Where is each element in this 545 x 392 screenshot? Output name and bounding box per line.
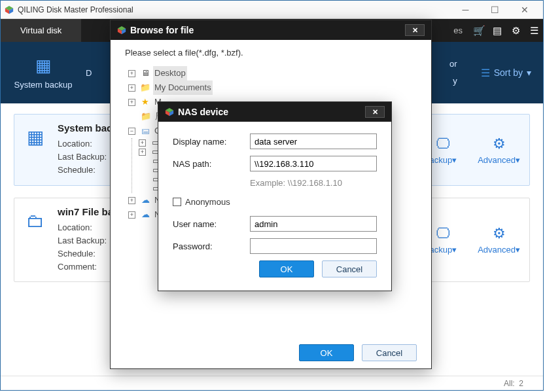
display-name-label: Display name: bbox=[173, 137, 243, 147]
gear-icon: ⚙ bbox=[493, 135, 506, 152]
app-logo-icon bbox=[117, 26, 126, 35]
cart-icon[interactable]: 🛒 bbox=[470, 19, 488, 42]
folder-icon: 📁 bbox=[140, 83, 150, 92]
checkbox-label: Anonymous bbox=[185, 197, 230, 207]
field-label: Last Backup: bbox=[58, 151, 118, 164]
expand-toggle[interactable] bbox=[128, 99, 135, 106]
sort-by-label: Sort by bbox=[494, 67, 523, 78]
drive-icon: 🖴 bbox=[140, 126, 150, 135]
chevron-down-icon: ▾ bbox=[527, 67, 531, 78]
status-label: All: bbox=[504, 379, 515, 388]
action-label: ackup bbox=[429, 155, 452, 165]
dialog-titlebar[interactable]: NAS device ✕ bbox=[158, 102, 391, 122]
backup-action[interactable]: 🖵ackup▾ bbox=[429, 225, 457, 255]
toolbar-text-partial: y bbox=[453, 73, 457, 90]
expand-toggle[interactable] bbox=[139, 139, 146, 147]
expand-toggle[interactable] bbox=[139, 149, 146, 156]
ok-button[interactable]: OK bbox=[299, 344, 354, 361]
field-label: Last Backup: bbox=[58, 234, 118, 247]
dialog-title: NAS device bbox=[178, 107, 228, 117]
toolbar-label: System backup bbox=[14, 80, 73, 90]
field-label: Schedule: bbox=[58, 247, 118, 260]
star-icon: ★ bbox=[140, 98, 150, 107]
tab-partial[interactable]: es bbox=[449, 19, 470, 42]
nas-path-input[interactable] bbox=[250, 156, 377, 171]
tree-node-mydocs[interactable]: 📁My Documents bbox=[126, 80, 416, 95]
anonymous-checkbox[interactable]: Anonymous bbox=[173, 197, 377, 207]
expand-toggle[interactable] bbox=[128, 128, 135, 135]
example-text: Example: \\192.168.1.10 bbox=[250, 178, 377, 188]
tab-virtual-disk[interactable]: Virtual disk bbox=[1, 19, 82, 42]
toolbar-text-partial: or bbox=[449, 56, 457, 73]
window-controls: ─ ☐ ✕ bbox=[451, 3, 539, 17]
dialog-footer: OK Cancel bbox=[111, 336, 431, 373]
nas-path-label: NAS path: bbox=[173, 159, 243, 169]
grid-icon: ▦ bbox=[24, 125, 47, 149]
gear-icon: ⚙ bbox=[493, 225, 506, 242]
grid-icon: ▦ bbox=[35, 56, 52, 76]
monitor-icon: 🖵 bbox=[436, 225, 450, 242]
tree-node-desktop[interactable]: 🖥Desktop bbox=[126, 66, 416, 80]
cloud-icon: ☁ bbox=[140, 210, 150, 219]
dialog-prompt: Please select a file(*.dfg, *.bzf). bbox=[125, 48, 417, 58]
password-label: Password: bbox=[173, 241, 243, 251]
action-label: ackup bbox=[429, 245, 452, 255]
cancel-button[interactable]: Cancel bbox=[322, 260, 377, 277]
folder-icon: 📁 bbox=[141, 112, 151, 121]
dialog-body: Display name: NAS path: Example: \\192.1… bbox=[158, 122, 391, 288]
app-logo-icon bbox=[5, 5, 14, 14]
status-count: 2 bbox=[519, 379, 523, 388]
tree-label: My Documents bbox=[153, 80, 213, 95]
window-title: QILING Disk Master Professional bbox=[18, 5, 133, 14]
desktop-icon: 🖥 bbox=[140, 69, 150, 78]
list-sort-icon: ☰ bbox=[481, 67, 490, 79]
username-input[interactable] bbox=[250, 216, 377, 232]
toolbar-item-partial[interactable]: D bbox=[86, 42, 112, 103]
expand-toggle[interactable] bbox=[128, 211, 135, 219]
username-label: User name: bbox=[173, 219, 243, 229]
toolbar-label: D bbox=[86, 68, 92, 78]
app-logo-icon bbox=[165, 107, 174, 116]
advanced-action[interactable]: ⚙Advanced▾ bbox=[478, 135, 520, 165]
folder-icon: 🗀 bbox=[24, 209, 47, 232]
advanced-action[interactable]: ⚙Advanced▾ bbox=[478, 225, 520, 255]
menu-icon[interactable]: ☰ bbox=[525, 19, 543, 42]
checkbox-box[interactable] bbox=[173, 198, 181, 206]
expand-toggle[interactable] bbox=[128, 197, 135, 204]
field-label: Schedule: bbox=[58, 164, 118, 177]
tab-label: Virtual disk bbox=[20, 26, 62, 35]
dialog-close-button[interactable]: ✕ bbox=[365, 106, 385, 118]
dialog-titlebar[interactable]: Browse for file ✕ bbox=[111, 20, 431, 40]
close-button[interactable]: ✕ bbox=[510, 3, 539, 17]
nas-device-dialog: NAS device ✕ Display name: NAS path: Exa… bbox=[158, 101, 392, 291]
password-input[interactable] bbox=[250, 238, 377, 254]
tree-label: Desktop bbox=[153, 66, 187, 80]
ok-button[interactable]: OK bbox=[259, 260, 314, 277]
expand-toggle[interactable] bbox=[128, 84, 135, 92]
dialog-close-button[interactable]: ✕ bbox=[405, 24, 425, 36]
monitor-icon: 🖵 bbox=[436, 135, 450, 152]
field-label: Location: bbox=[58, 137, 118, 151]
backup-action[interactable]: 🖵ackup▾ bbox=[429, 135, 457, 165]
sort-by-button[interactable]: ☰ Sort by ▾ bbox=[481, 42, 543, 103]
minimize-button[interactable]: ─ bbox=[451, 3, 480, 17]
tab-label: es bbox=[453, 26, 463, 35]
statusbar: All: 2 bbox=[1, 376, 543, 390]
action-label: Advanced bbox=[478, 245, 516, 255]
cloud-icon: ☁ bbox=[140, 196, 150, 205]
list-icon[interactable]: ▤ bbox=[488, 19, 506, 42]
maximize-button[interactable]: ☐ bbox=[480, 3, 510, 17]
display-name-input[interactable] bbox=[250, 134, 377, 149]
field-label: Location: bbox=[58, 221, 118, 234]
dialog-title: Browse for file bbox=[130, 25, 194, 35]
titlebar: QILING Disk Master Professional ─ ☐ ✕ bbox=[1, 1, 543, 19]
cancel-button[interactable]: Cancel bbox=[362, 344, 417, 361]
expand-toggle[interactable] bbox=[128, 70, 135, 77]
gear-icon[interactable]: ⚙ bbox=[506, 19, 525, 42]
action-label: Advanced bbox=[478, 155, 516, 165]
toolbar-system-backup[interactable]: ▦ System backup bbox=[1, 42, 86, 103]
field-label: Comment: bbox=[58, 260, 118, 274]
